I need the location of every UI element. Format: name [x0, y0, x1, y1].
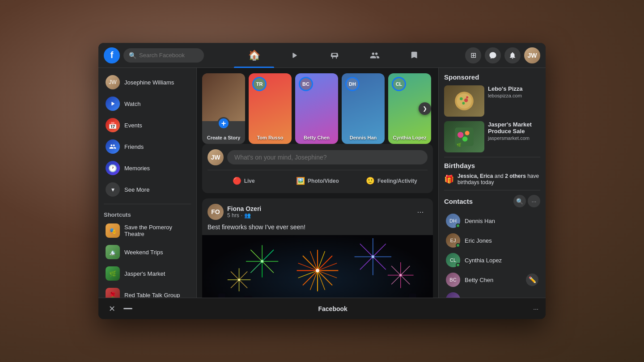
svg-rect-60: [409, 294, 416, 298]
sidebar-item-friends[interactable]: Friends: [100, 136, 195, 157]
post-card: FO Fiona Ozeri 5 hrs · 👥 ··· Best firewo…: [202, 198, 433, 298]
bottom-title: Facebook: [138, 305, 528, 312]
story-tom-avatar: TR: [252, 77, 267, 91]
search-input[interactable]: [139, 52, 199, 59]
pomeroy-thumb: 🎭: [106, 223, 120, 238]
new-message-btn[interactable]: ✏️: [526, 274, 538, 286]
svg-point-26: [261, 260, 263, 263]
contact-cynthia[interactable]: CL Cynthia Lopez: [444, 250, 540, 270]
watch-label: Watch: [124, 101, 140, 107]
ad-lebos-thumb: [444, 85, 484, 117]
story-tom-russo[interactable]: TR Tom Russo: [249, 73, 292, 144]
events-label: Events: [124, 122, 142, 129]
tab-home[interactable]: 🏠: [234, 43, 274, 68]
svg-point-63: [457, 93, 471, 108]
sidebar-item-events[interactable]: 📅 Events: [100, 114, 195, 136]
svg-rect-56: [218, 294, 225, 298]
contact-dennis[interactable]: DH Dennis Han: [444, 211, 540, 231]
tab-friends[interactable]: [355, 43, 395, 68]
sidebar-shortcut-pomeroy[interactable]: 🎭 Save the Pomeroy Theatre: [100, 220, 195, 241]
svg-point-35: [372, 255, 374, 258]
menu-button[interactable]: ⊞: [465, 47, 481, 63]
ad-lebos-pizza[interactable]: Lebo's Pizza lebospizza.com: [444, 85, 540, 117]
tab-watch[interactable]: [274, 43, 314, 68]
notifications-button[interactable]: [504, 47, 521, 63]
birthdays-title: Birthdays: [444, 162, 540, 169]
composer-divider: [208, 170, 428, 170]
svg-text:🌿: 🌿: [457, 143, 462, 147]
photo-action[interactable]: 🖼️ Photo/Video: [281, 174, 353, 188]
bottom-close-btn[interactable]: ✕: [106, 303, 118, 315]
sidebar-shortcut-red-table[interactable]: 🌹 Red Table Talk Group: [100, 284, 195, 298]
ad-jaspers[interactable]: 🌿 Jasper's Market Produce Sale jaspersma…: [444, 121, 540, 152]
red-table-label: Red Table Talk Group: [124, 292, 180, 298]
tab-marketplace[interactable]: [314, 43, 355, 68]
svg-point-53: [238, 278, 240, 281]
live-label: Live: [244, 178, 255, 184]
ad-lebos-info: Lebo's Pizza lebospizza.com: [488, 85, 540, 117]
story-betty-chen[interactable]: BC Betty Chen: [295, 73, 338, 144]
story-dennis-han[interactable]: DH Dennis Han: [342, 73, 385, 144]
ad-jaspers-url: jaspersmarket.com: [488, 135, 540, 141]
sidebar-shortcut-jaspers[interactable]: 🌿 Jasper's Market: [100, 263, 195, 284]
memories-icon: 🕐: [106, 161, 120, 175]
contact-tina-avatar: TL: [446, 292, 460, 298]
post-time: 5 hrs: [227, 212, 239, 219]
contact-cynthia-avatar: CL: [446, 253, 460, 267]
tab-saved[interactable]: [395, 43, 435, 68]
sidebar-see-more[interactable]: ▾ See More: [100, 179, 195, 200]
svg-rect-58: [244, 296, 252, 298]
nav-tabs: 🏠: [208, 43, 462, 68]
bottom-minimize-btn[interactable]: [123, 308, 132, 309]
online-indicator: [456, 263, 460, 267]
contact-tina[interactable]: TL Tina Lim: [444, 290, 540, 298]
contact-betty-name: Betty Chen: [465, 277, 493, 283]
search-box[interactable]: 🔍: [123, 48, 204, 63]
ad-jaspers-thumb: 🌿: [444, 121, 484, 152]
header: f 🔍 🏠 ⊞: [98, 43, 546, 68]
contacts-more-btn[interactable]: ···: [528, 195, 540, 207]
create-story-card[interactable]: + Create a Story: [202, 73, 245, 144]
sidebar-item-watch[interactable]: Watch: [100, 93, 195, 114]
post-author-avatar: FO: [208, 204, 224, 220]
sidebar: JW Josephine Williams Watch 📅 Events: [98, 68, 197, 298]
post-author-name: Fiona Ozeri: [227, 205, 410, 212]
sidebar-shortcut-weekend[interactable]: 🏔️ Weekend Trips: [100, 241, 195, 263]
bottom-more-btn[interactable]: ···: [533, 305, 538, 312]
watch-icon: [106, 97, 120, 111]
post-meta: 5 hrs · 👥: [227, 212, 410, 219]
contacts-search-btn[interactable]: 🔍: [513, 195, 526, 207]
contact-eric-avatar: EJ: [446, 233, 460, 248]
live-action[interactable]: 🔴 Live: [208, 174, 280, 188]
feeling-icon: 🙂: [366, 177, 375, 185]
sidebar-item-memories[interactable]: 🕐 Memories: [100, 157, 195, 179]
story-cynthia-label: Cynthia Lopez: [388, 135, 431, 140]
composer-avatar: JW: [208, 149, 224, 165]
contact-cynthia-name: Cynthia Lopez: [465, 257, 502, 264]
feeling-label: Feeling/Activity: [377, 178, 417, 184]
svg-point-17: [316, 269, 319, 272]
contact-eric[interactable]: EJ Eric Jones: [444, 231, 540, 250]
feed: + Create a Story TR Tom Russo BC Betty C…: [197, 68, 438, 298]
friends-icon: [106, 139, 120, 154]
feeling-action[interactable]: 🙂 Feeling/Activity: [356, 174, 428, 188]
composer-input[interactable]: [227, 150, 428, 164]
facebook-logo[interactable]: f: [104, 47, 120, 63]
messenger-button[interactable]: [485, 47, 501, 63]
stories-next-btn[interactable]: ❯: [419, 102, 431, 115]
jaspers-label: Jasper's Market: [124, 270, 165, 277]
story-dennis-label: Dennis Han: [342, 135, 385, 140]
post-composer: JW 🔴 Live 🖼️ Photo/Video 🙂 Feeli: [202, 144, 433, 193]
post-privacy-icon: 👥: [244, 212, 251, 219]
events-icon: 📅: [106, 118, 120, 132]
see-more-label: See More: [124, 186, 149, 193]
weekend-label: Weekend Trips: [124, 249, 163, 256]
user-avatar[interactable]: JW: [524, 47, 540, 63]
post-more-button[interactable]: ···: [413, 205, 428, 219]
pomeroy-label: Save the Pomeroy Theatre: [124, 224, 189, 237]
contacts-header: Contacts 🔍 ···: [444, 195, 540, 207]
contact-betty[interactable]: BC Betty Chen ✏️: [444, 270, 540, 290]
profile-avatar: JW: [106, 75, 120, 89]
sidebar-item-profile[interactable]: JW Josephine Williams: [100, 72, 195, 93]
contacts-title: Contacts: [444, 198, 512, 205]
